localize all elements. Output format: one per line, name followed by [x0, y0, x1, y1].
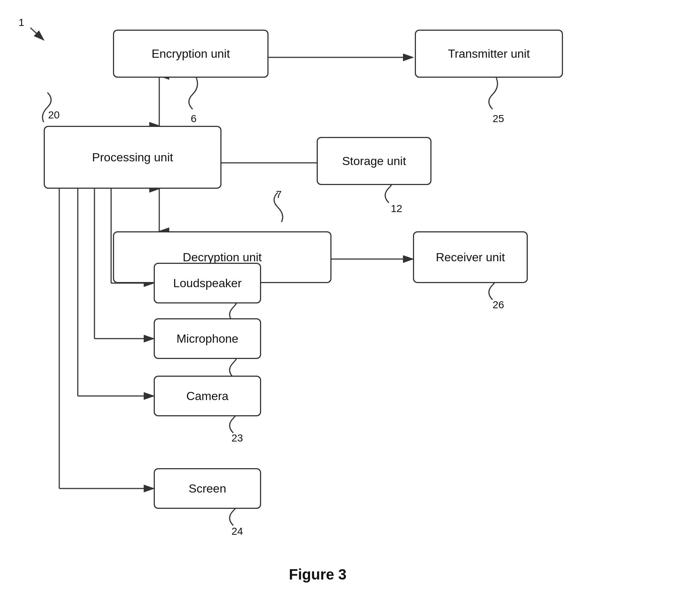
encryption-unit-label: Encryption unit [151, 47, 230, 61]
loudspeaker-box: Loudspeaker [154, 263, 261, 303]
ref1-label: 1 [19, 17, 24, 28]
svg-line-17 [30, 28, 44, 40]
arrows-svg [0, 0, 700, 601]
ref7-label: 7 [276, 189, 282, 201]
figure-label: Figure 3 [289, 566, 347, 583]
ref20-label: 20 [48, 109, 60, 121]
screen-label: Screen [189, 482, 226, 496]
microphone-label: Microphone [176, 332, 238, 346]
ref24-label: 24 [231, 526, 243, 537]
transmitter-unit-label: Transmitter unit [448, 47, 530, 61]
processing-unit-box: Processing unit [44, 126, 221, 189]
ref6-label: 6 [191, 113, 197, 125]
camera-box: Camera [154, 376, 261, 416]
camera-label: Camera [186, 389, 229, 403]
storage-unit-label: Storage unit [342, 154, 406, 168]
ref25-label: 25 [493, 113, 504, 125]
decryption-unit-label: Decryption unit [183, 251, 261, 264]
microphone-box: Microphone [154, 318, 261, 359]
ref12-label: 12 [391, 203, 402, 215]
processing-unit-label: Processing unit [92, 151, 173, 164]
screen-box: Screen [154, 468, 261, 509]
loudspeaker-label: Loudspeaker [173, 276, 241, 290]
diagram: 1 Encryption unit 6 Transmitter unit 25 … [0, 0, 700, 601]
transmitter-unit-box: Transmitter unit [415, 30, 563, 78]
receiver-unit-label: Receiver unit [436, 251, 505, 264]
receiver-unit-box: Receiver unit [413, 231, 528, 283]
storage-unit-box: Storage unit [317, 137, 431, 185]
encryption-unit-box: Encryption unit [113, 30, 269, 78]
ref26-label: 26 [493, 299, 504, 311]
ref23-label: 23 [231, 432, 243, 444]
